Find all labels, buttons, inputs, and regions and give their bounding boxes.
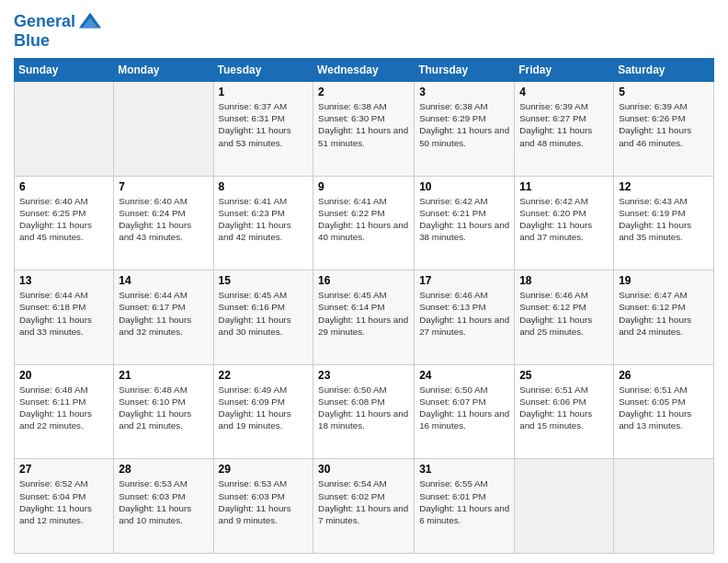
day-number: 14 <box>119 274 208 287</box>
day-content: Sunrise: 6:40 AM Sunset: 6:25 PM Dayligh… <box>19 195 108 244</box>
calendar-week-row: 13Sunrise: 6:44 AM Sunset: 6:18 PM Dayli… <box>15 270 714 365</box>
table-row <box>114 82 213 177</box>
day-content: Sunrise: 6:44 AM Sunset: 6:18 PM Dayligh… <box>19 289 108 338</box>
day-content: Sunrise: 6:46 AM Sunset: 6:13 PM Dayligh… <box>419 289 509 338</box>
table-row: 8Sunrise: 6:41 AM Sunset: 6:23 PM Daylig… <box>213 176 313 270</box>
day-number: 20 <box>19 369 108 382</box>
table-row <box>515 459 614 554</box>
table-row: 18Sunrise: 6:46 AM Sunset: 6:12 PM Dayli… <box>515 270 614 365</box>
table-row: 24Sunrise: 6:50 AM Sunset: 6:07 PM Dayli… <box>415 364 515 459</box>
day-content: Sunrise: 6:45 AM Sunset: 6:16 PM Dayligh… <box>219 289 309 338</box>
table-row: 21Sunrise: 6:48 AM Sunset: 6:10 PM Dayli… <box>114 364 213 459</box>
table-row: 19Sunrise: 6:47 AM Sunset: 6:12 PM Dayli… <box>614 270 714 365</box>
day-number: 9 <box>318 180 409 193</box>
day-number: 25 <box>519 369 609 382</box>
day-number: 6 <box>19 180 108 193</box>
day-content: Sunrise: 6:47 AM Sunset: 6:12 PM Dayligh… <box>619 289 709 338</box>
day-content: Sunrise: 6:38 AM Sunset: 6:29 PM Dayligh… <box>419 100 509 149</box>
day-number: 26 <box>619 369 709 382</box>
day-content: Sunrise: 6:44 AM Sunset: 6:17 PM Dayligh… <box>119 289 208 338</box>
col-tuesday: Tuesday <box>213 59 313 82</box>
day-content: Sunrise: 6:40 AM Sunset: 6:24 PM Dayligh… <box>119 195 208 244</box>
day-content: Sunrise: 6:45 AM Sunset: 6:14 PM Dayligh… <box>318 289 409 338</box>
table-row: 30Sunrise: 6:54 AM Sunset: 6:02 PM Dayli… <box>313 459 415 554</box>
day-content: Sunrise: 6:55 AM Sunset: 6:01 PM Dayligh… <box>419 477 509 526</box>
table-row: 13Sunrise: 6:44 AM Sunset: 6:18 PM Dayli… <box>15 270 114 365</box>
day-number: 29 <box>219 463 309 476</box>
day-number: 19 <box>619 274 709 287</box>
day-number: 11 <box>519 180 609 193</box>
page: General Blue Sunday Monday Tuesday We <box>0 0 728 563</box>
day-content: Sunrise: 6:48 AM Sunset: 6:11 PM Dayligh… <box>19 384 108 432</box>
table-row: 26Sunrise: 6:51 AM Sunset: 6:05 PM Dayli… <box>614 364 714 459</box>
day-content: Sunrise: 6:50 AM Sunset: 6:08 PM Dayligh… <box>318 384 409 432</box>
table-row: 9Sunrise: 6:41 AM Sunset: 6:22 PM Daylig… <box>313 176 415 270</box>
table-row: 23Sunrise: 6:50 AM Sunset: 6:08 PM Dayli… <box>313 364 415 459</box>
col-sunday: Sunday <box>15 59 114 82</box>
day-content: Sunrise: 6:37 AM Sunset: 6:31 PM Dayligh… <box>219 100 309 149</box>
day-number: 8 <box>219 180 309 193</box>
day-content: Sunrise: 6:38 AM Sunset: 6:30 PM Dayligh… <box>318 100 409 149</box>
day-number: 18 <box>519 274 609 287</box>
day-content: Sunrise: 6:41 AM Sunset: 6:22 PM Dayligh… <box>318 195 409 244</box>
day-number: 21 <box>119 369 208 382</box>
table-row: 27Sunrise: 6:52 AM Sunset: 6:04 PM Dayli… <box>15 459 114 554</box>
table-row: 11Sunrise: 6:42 AM Sunset: 6:20 PM Dayli… <box>515 176 614 270</box>
header: General Blue <box>14 9 714 51</box>
day-number: 1 <box>219 86 309 98</box>
day-content: Sunrise: 6:41 AM Sunset: 6:23 PM Dayligh… <box>219 195 309 244</box>
day-number: 4 <box>519 86 609 98</box>
logo-icon <box>77 9 103 35</box>
day-content: Sunrise: 6:53 AM Sunset: 6:03 PM Dayligh… <box>219 477 309 526</box>
table-row: 3Sunrise: 6:38 AM Sunset: 6:29 PM Daylig… <box>415 82 515 177</box>
col-wednesday: Wednesday <box>313 59 415 82</box>
table-row: 15Sunrise: 6:45 AM Sunset: 6:16 PM Dayli… <box>213 270 313 365</box>
logo: General Blue <box>14 9 103 51</box>
col-friday: Friday <box>515 59 614 82</box>
calendar-week-row: 20Sunrise: 6:48 AM Sunset: 6:11 PM Dayli… <box>15 364 714 459</box>
table-row <box>15 82 114 177</box>
day-number: 17 <box>419 274 509 287</box>
table-row: 7Sunrise: 6:40 AM Sunset: 6:24 PM Daylig… <box>114 176 213 270</box>
day-content: Sunrise: 6:54 AM Sunset: 6:02 PM Dayligh… <box>318 477 409 526</box>
day-content: Sunrise: 6:50 AM Sunset: 6:07 PM Dayligh… <box>419 384 509 432</box>
day-number: 30 <box>318 463 409 476</box>
day-number: 15 <box>219 274 309 287</box>
table-row: 5Sunrise: 6:39 AM Sunset: 6:26 PM Daylig… <box>614 82 714 177</box>
day-number: 12 <box>619 180 709 193</box>
day-number: 27 <box>19 463 108 476</box>
day-number: 2 <box>318 86 409 98</box>
day-number: 28 <box>119 463 208 476</box>
logo-text: General <box>14 13 75 31</box>
col-thursday: Thursday <box>415 59 515 82</box>
table-row: 16Sunrise: 6:45 AM Sunset: 6:14 PM Dayli… <box>313 270 415 365</box>
table-row <box>614 459 714 554</box>
table-row: 2Sunrise: 6:38 AM Sunset: 6:30 PM Daylig… <box>313 82 415 177</box>
table-row: 17Sunrise: 6:46 AM Sunset: 6:13 PM Dayli… <box>415 270 515 365</box>
col-saturday: Saturday <box>614 59 714 82</box>
day-content: Sunrise: 6:39 AM Sunset: 6:26 PM Dayligh… <box>619 100 709 149</box>
table-row: 1Sunrise: 6:37 AM Sunset: 6:31 PM Daylig… <box>213 82 313 177</box>
table-row: 6Sunrise: 6:40 AM Sunset: 6:25 PM Daylig… <box>15 176 114 270</box>
calendar-header-row: Sunday Monday Tuesday Wednesday Thursday… <box>15 59 714 82</box>
day-content: Sunrise: 6:51 AM Sunset: 6:06 PM Dayligh… <box>519 384 609 432</box>
day-content: Sunrise: 6:42 AM Sunset: 6:20 PM Dayligh… <box>519 195 609 244</box>
table-row: 29Sunrise: 6:53 AM Sunset: 6:03 PM Dayli… <box>213 459 313 554</box>
day-number: 10 <box>419 180 509 193</box>
day-content: Sunrise: 6:51 AM Sunset: 6:05 PM Dayligh… <box>619 384 709 432</box>
day-number: 31 <box>419 463 509 476</box>
table-row: 22Sunrise: 6:49 AM Sunset: 6:09 PM Dayli… <box>213 364 313 459</box>
table-row: 31Sunrise: 6:55 AM Sunset: 6:01 PM Dayli… <box>415 459 515 554</box>
day-content: Sunrise: 6:39 AM Sunset: 6:27 PM Dayligh… <box>519 100 609 149</box>
day-content: Sunrise: 6:42 AM Sunset: 6:21 PM Dayligh… <box>419 195 509 244</box>
day-content: Sunrise: 6:49 AM Sunset: 6:09 PM Dayligh… <box>219 384 309 432</box>
day-content: Sunrise: 6:52 AM Sunset: 6:04 PM Dayligh… <box>19 477 108 526</box>
table-row: 25Sunrise: 6:51 AM Sunset: 6:06 PM Dayli… <box>515 364 614 459</box>
day-content: Sunrise: 6:53 AM Sunset: 6:03 PM Dayligh… <box>119 477 208 526</box>
table-row: 12Sunrise: 6:43 AM Sunset: 6:19 PM Dayli… <box>614 176 714 270</box>
calendar-week-row: 27Sunrise: 6:52 AM Sunset: 6:04 PM Dayli… <box>15 459 714 554</box>
table-row: 10Sunrise: 6:42 AM Sunset: 6:21 PM Dayli… <box>415 176 515 270</box>
day-number: 24 <box>419 369 509 382</box>
day-number: 5 <box>619 86 709 98</box>
table-row: 20Sunrise: 6:48 AM Sunset: 6:11 PM Dayli… <box>15 364 114 459</box>
